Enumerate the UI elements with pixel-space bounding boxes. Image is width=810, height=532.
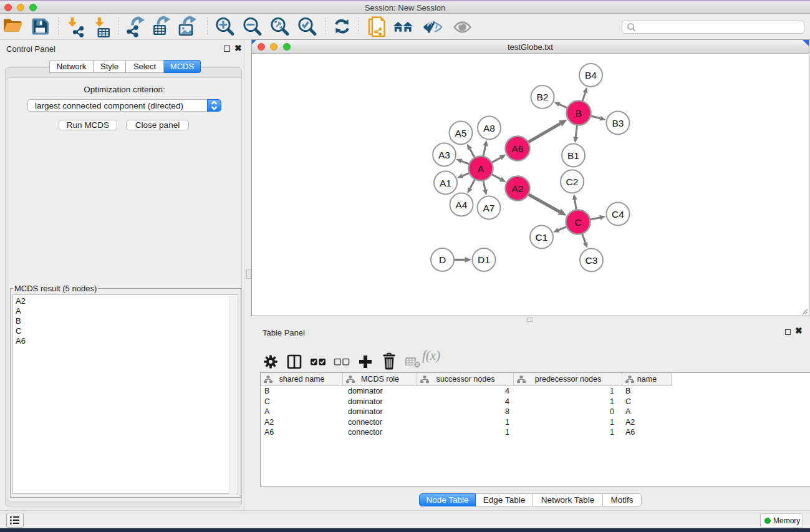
svg-text:C1: C1 (536, 232, 548, 243)
svg-text:C3: C3 (586, 255, 598, 266)
svg-text:A8: A8 (483, 123, 495, 133)
svg-text:C2: C2 (566, 177, 579, 187)
svg-text:A5: A5 (455, 128, 467, 138)
svg-text:A4: A4 (456, 200, 468, 210)
svg-text:A6: A6 (512, 143, 524, 154)
svg-text:C: C (574, 217, 581, 228)
svg-text:A3: A3 (438, 150, 450, 160)
svg-text:A: A (478, 163, 485, 174)
svg-text:A7: A7 (483, 203, 495, 213)
svg-text:A1: A1 (440, 178, 451, 188)
svg-text:A2: A2 (512, 183, 524, 194)
svg-text:D: D (439, 254, 446, 265)
svg-text:B3: B3 (612, 118, 624, 128)
svg-text:B2: B2 (537, 92, 549, 102)
svg-text:D1: D1 (478, 254, 490, 265)
svg-text:B1: B1 (567, 150, 579, 161)
svg-text:B: B (576, 108, 582, 118)
svg-text:C4: C4 (612, 209, 624, 220)
svg-text:B4: B4 (585, 70, 597, 80)
